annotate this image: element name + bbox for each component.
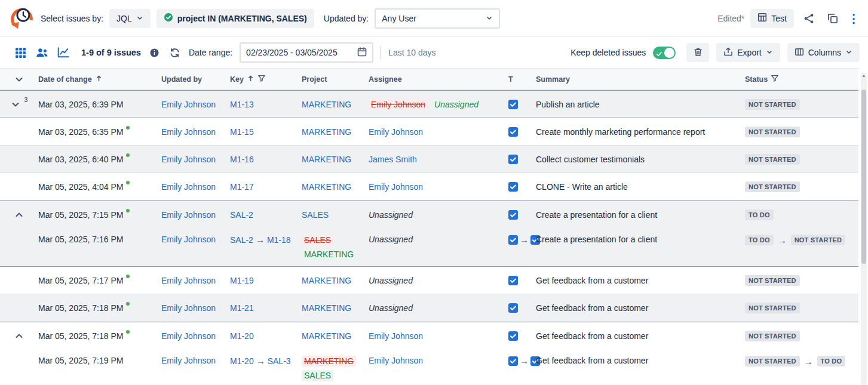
user-link[interactable]: Emily Johnson bbox=[161, 303, 216, 313]
date-cell: Mar 05, 2025, 4:04 PM bbox=[38, 182, 161, 192]
collapse-group-icon[interactable] bbox=[14, 210, 24, 220]
delete-button[interactable] bbox=[686, 43, 709, 62]
refresh-icon[interactable] bbox=[168, 46, 182, 59]
date-range-input[interactable]: 02/23/2025 - 03/05/2025 bbox=[240, 42, 373, 63]
assignee-link[interactable]: Emily Johnson bbox=[369, 331, 423, 341]
project-link[interactable]: MARKETING bbox=[302, 155, 351, 164]
collapse-all-button[interactable] bbox=[0, 75, 38, 84]
key-link[interactable]: M1-20 bbox=[230, 331, 254, 341]
test-view-label: Test bbox=[771, 14, 787, 23]
summary-cell: Collect customer testimonials bbox=[536, 155, 745, 164]
project-link[interactable]: MARKETING bbox=[302, 276, 351, 285]
user-link[interactable]: Emily Johnson bbox=[161, 210, 216, 220]
key-cell: M1-16 bbox=[230, 155, 302, 164]
new-change-dot bbox=[126, 153, 130, 157]
change-arrow-icon: → bbox=[778, 235, 787, 245]
status-cell: NOT STARTED bbox=[745, 99, 858, 110]
col-status[interactable]: Status bbox=[745, 74, 858, 84]
collapse-group-icon[interactable] bbox=[14, 331, 24, 341]
date-range-label: Date range: bbox=[189, 48, 232, 57]
user-link[interactable]: Emily Johnson bbox=[161, 235, 216, 244]
new-change-dot bbox=[126, 330, 130, 334]
type-cell bbox=[508, 210, 536, 220]
key-link[interactable]: M1-19 bbox=[230, 276, 254, 285]
keep-deleted-toggle[interactable] bbox=[653, 47, 676, 59]
export-button[interactable]: Export bbox=[716, 43, 780, 62]
user-link[interactable]: Emily Johnson bbox=[161, 127, 216, 137]
assignee-cell: Emily Johnson bbox=[369, 331, 508, 341]
key-link-new[interactable]: M1-18 bbox=[267, 235, 291, 245]
user-link[interactable]: Emily Johnson bbox=[161, 276, 216, 285]
col-summary[interactable]: Summary bbox=[536, 75, 745, 84]
scrollbar-thumb[interactable] bbox=[861, 90, 866, 264]
summary-text: CLONE - Write an article bbox=[536, 182, 628, 192]
user-link[interactable]: Emily Johnson bbox=[161, 356, 216, 365]
col-project[interactable]: Project bbox=[302, 75, 369, 84]
key-link[interactable]: M1-16 bbox=[230, 155, 254, 164]
status-badge: NOT STARTED bbox=[745, 331, 800, 341]
export-icon bbox=[723, 47, 733, 58]
scroll-up-arrow[interactable]: ▲ bbox=[861, 73, 867, 78]
grid-view-icon[interactable] bbox=[13, 45, 27, 60]
updated-by-select[interactable]: Any User bbox=[375, 8, 500, 29]
expander-cell bbox=[0, 322, 38, 349]
user-link[interactable]: Emily Johnson bbox=[161, 100, 216, 109]
test-view-button[interactable]: Test bbox=[750, 9, 794, 28]
share-icon[interactable] bbox=[800, 10, 818, 27]
table-row: Mar 05, 2025, 4:04 PMEmily JohnsonM1-17M… bbox=[0, 173, 858, 200]
expand-group-icon[interactable] bbox=[11, 100, 20, 109]
change-arrow-icon: → bbox=[804, 356, 813, 366]
summary-cell: Get feedback from a customer bbox=[536, 349, 745, 365]
key-link[interactable]: M1-15 bbox=[230, 127, 254, 137]
assignee-link[interactable]: Emily Johnson bbox=[369, 127, 423, 137]
type-cell bbox=[508, 155, 536, 164]
key-link-old[interactable]: M1-20 bbox=[230, 356, 254, 366]
summary-cell: Get feedback from a customer bbox=[536, 331, 745, 341]
info-icon[interactable] bbox=[148, 46, 161, 59]
assignee-unassigned: Unassigned bbox=[369, 276, 413, 285]
assignee-link[interactable]: James Smith bbox=[369, 155, 417, 164]
project-link[interactable]: SALES bbox=[302, 210, 329, 220]
key-link-new[interactable]: SAL-3 bbox=[268, 356, 291, 366]
user-link[interactable]: Emily Johnson bbox=[161, 182, 216, 192]
project-link[interactable]: MARKETING bbox=[302, 331, 351, 341]
toggle-check-icon bbox=[656, 49, 662, 60]
key-link[interactable]: M1-17 bbox=[230, 182, 254, 192]
status-badge: NOT STARTED bbox=[745, 303, 800, 313]
key-link-old[interactable]: SAL-2 bbox=[230, 235, 253, 245]
filter-icon[interactable] bbox=[257, 74, 266, 84]
project-link[interactable]: MARKETING bbox=[302, 100, 351, 109]
project-old: SALES bbox=[302, 235, 333, 245]
col-updated-by[interactable]: Updated by bbox=[161, 75, 230, 84]
project-link[interactable]: MARKETING bbox=[302, 182, 351, 192]
user-link[interactable]: Emily Johnson bbox=[161, 155, 216, 164]
project-link[interactable]: MARKETING bbox=[302, 127, 351, 137]
col-type[interactable]: T bbox=[508, 75, 536, 84]
project-old: MARKETING bbox=[302, 356, 356, 366]
issues-count: 1-9 of 9 issues bbox=[81, 48, 141, 57]
user-link[interactable]: Emily Johnson bbox=[161, 331, 216, 341]
key-link[interactable]: SAL-2 bbox=[230, 210, 253, 220]
columns-button[interactable]: Columns bbox=[787, 43, 860, 62]
chart-view-icon[interactable] bbox=[56, 45, 70, 60]
assignee-link[interactable]: Emily Johnson bbox=[369, 182, 423, 192]
status-badge: NOT STARTED bbox=[745, 99, 800, 110]
col-date-of-change[interactable]: Date of change bbox=[38, 75, 161, 84]
people-view-icon[interactable] bbox=[35, 45, 49, 60]
filter-icon[interactable] bbox=[771, 74, 779, 84]
vertical-scrollbar[interactable]: ▲ bbox=[861, 73, 867, 385]
summary-cell: Get feedback from a customer bbox=[536, 276, 745, 285]
jql-filter-chip[interactable]: project IN (MARKETING, SALES) bbox=[157, 9, 314, 28]
copy-icon[interactable] bbox=[824, 10, 842, 27]
jql-dropdown-button[interactable]: JQL bbox=[109, 9, 151, 28]
new-change-dot bbox=[126, 275, 130, 278]
project-link[interactable]: MARKETING bbox=[302, 303, 351, 313]
assignee-link[interactable]: Emily Johnson bbox=[369, 356, 423, 365]
key-link[interactable]: M1-21 bbox=[230, 303, 254, 313]
kebab-menu-icon[interactable]: ⋮ bbox=[848, 10, 860, 27]
change-group: Mar 03, 2025, 6:40 PMEmily JohnsonM1-16M… bbox=[0, 146, 858, 173]
col-assignee[interactable]: Assignee bbox=[369, 75, 508, 84]
summary-cell: Create a presentation for a client bbox=[536, 228, 745, 244]
key-link[interactable]: M1-13 bbox=[230, 100, 254, 109]
col-key[interactable]: Key bbox=[230, 74, 302, 84]
